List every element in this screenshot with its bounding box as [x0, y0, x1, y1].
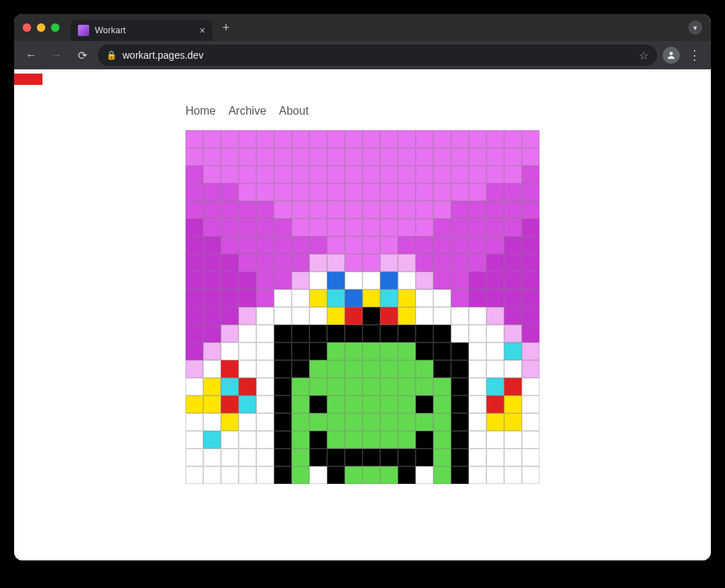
pixel-cell — [309, 272, 327, 289]
pixel-cell — [522, 272, 540, 289]
pixel-cell — [274, 466, 292, 484]
pixel-cell — [522, 449, 540, 466]
pixel-cell — [256, 466, 274, 484]
pixel-cell — [274, 413, 292, 431]
pixel-cell — [185, 396, 203, 413]
pixel-cell — [292, 272, 309, 289]
pixel-cell — [416, 431, 433, 449]
pixel-cell — [327, 130, 345, 148]
pixel-cell — [362, 466, 380, 484]
reload-button[interactable]: ⟳ — [72, 45, 92, 65]
kebab-menu-button[interactable]: ⋮ — [685, 47, 704, 63]
pixel-cell — [362, 360, 380, 378]
page-content: Home Archive About — [185, 105, 540, 484]
pixel-cell — [221, 236, 239, 254]
pixel-cell — [522, 325, 540, 342]
pixel-cell — [221, 449, 239, 466]
pixel-cell — [451, 201, 469, 219]
bookmark-star-icon[interactable]: ☆ — [639, 49, 649, 62]
pixel-cell — [203, 378, 221, 396]
pixel-cell — [239, 360, 256, 378]
pixel-cell — [416, 254, 433, 272]
pixel-cell — [256, 396, 274, 413]
pixel-cell — [256, 378, 274, 396]
pixel-cell — [398, 431, 416, 449]
pixel-cell — [469, 130, 486, 148]
chevron-down-icon[interactable]: ▾ — [688, 21, 702, 35]
profile-avatar-button[interactable] — [663, 47, 680, 64]
pixel-cell — [380, 342, 398, 360]
pixel-cell — [398, 360, 416, 378]
pixel-cell — [486, 449, 504, 466]
pixel-cell — [292, 289, 309, 307]
pixel-cell — [416, 130, 433, 148]
nav-link-home[interactable]: Home — [185, 105, 216, 117]
pixel-cell — [416, 360, 433, 378]
pixel-cell — [309, 183, 327, 201]
pixel-cell — [362, 289, 380, 307]
arrow-left-icon: ← — [25, 49, 37, 62]
pixel-cell — [380, 183, 398, 201]
pixel-cell — [504, 466, 522, 484]
pixel-cell — [239, 166, 256, 183]
close-tab-button[interactable]: × — [200, 25, 205, 35]
pixel-cell — [203, 413, 221, 431]
pixel-cell — [185, 148, 203, 166]
pixel-cell — [451, 325, 469, 342]
pixel-cell — [256, 342, 274, 360]
pixel-cell — [327, 272, 345, 289]
pixel-cell — [185, 289, 203, 307]
pixel-cell — [327, 342, 345, 360]
pixel-cell — [416, 466, 433, 484]
pixel-cell — [486, 219, 504, 236]
minimize-window-button[interactable] — [37, 23, 45, 32]
pixel-cell — [239, 289, 256, 307]
pixel-cell — [256, 148, 274, 166]
pixel-cell — [203, 272, 221, 289]
pixel-cell — [292, 236, 309, 254]
pixel-cell — [292, 413, 309, 431]
pixel-cell — [239, 183, 256, 201]
pixel-cell — [486, 307, 504, 325]
pixel-cell — [309, 166, 327, 183]
pixel-cell — [256, 449, 274, 466]
nav-link-archive[interactable]: Archive — [229, 105, 266, 117]
pixel-cell — [522, 219, 540, 236]
pixel-cell — [239, 201, 256, 219]
window-controls — [23, 23, 59, 32]
pixel-cell — [292, 201, 309, 219]
close-window-button[interactable] — [23, 23, 31, 32]
pixel-cell — [309, 431, 327, 449]
pixel-cell — [469, 307, 486, 325]
back-button[interactable]: ← — [21, 45, 41, 65]
pixel-cell — [185, 236, 203, 254]
new-tab-button[interactable]: + — [218, 21, 234, 35]
pixel-cell — [433, 219, 451, 236]
pixel-cell — [239, 254, 256, 272]
pixel-cell — [221, 307, 239, 325]
browser-tab[interactable]: Workart × — [71, 20, 212, 41]
pixel-cell — [239, 272, 256, 289]
pixel-cell — [362, 307, 380, 325]
pixel-cell — [292, 307, 309, 325]
pixel-art-grid — [185, 130, 540, 484]
pixel-cell — [221, 413, 239, 431]
pixel-cell — [362, 431, 380, 449]
pixel-cell — [185, 431, 203, 449]
pixel-cell — [292, 219, 309, 236]
pixel-cell — [416, 413, 433, 431]
pixel-cell — [451, 466, 469, 484]
pixel-cell — [433, 130, 451, 148]
maximize-window-button[interactable] — [51, 23, 59, 32]
pixel-cell — [203, 449, 221, 466]
pixel-cell — [309, 254, 327, 272]
pixel-cell — [380, 431, 398, 449]
nav-link-about[interactable]: About — [279, 105, 309, 117]
pixel-cell — [451, 236, 469, 254]
pixel-cell — [451, 342, 469, 360]
address-bar[interactable]: 🔒 workart.pages.dev ☆ — [98, 45, 657, 66]
pixel-cell — [256, 325, 274, 342]
pixel-cell — [522, 183, 540, 201]
pixel-cell — [398, 325, 416, 342]
pixel-cell — [345, 360, 362, 378]
